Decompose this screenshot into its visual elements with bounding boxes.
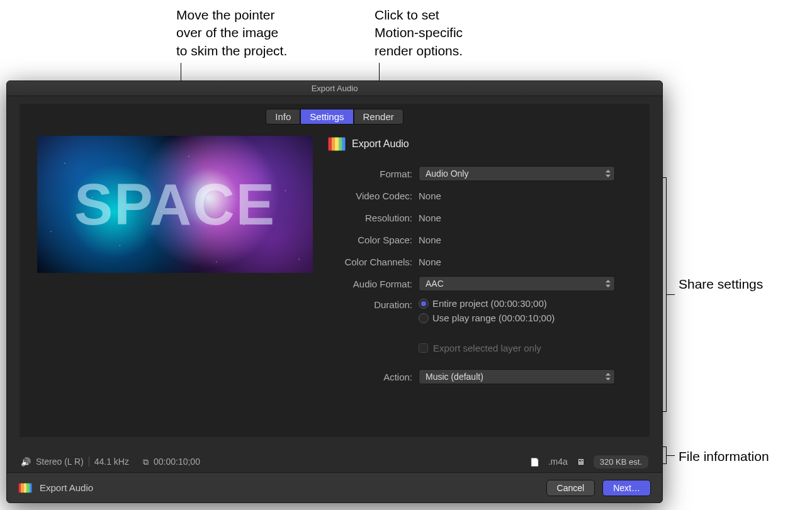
resolution-label: Resolution: xyxy=(328,213,419,223)
callout-share-settings: Share settings xyxy=(679,275,763,293)
display-icon xyxy=(577,457,585,467)
duration-label: Duration: xyxy=(328,298,419,310)
color-channels-value: None xyxy=(419,257,441,267)
video-codec-label: Video Codec: xyxy=(328,191,419,201)
form-heading: Export Audio xyxy=(328,137,632,151)
bracket-tail xyxy=(667,294,675,295)
window-titlebar: Export Audio xyxy=(7,81,662,96)
motion-project-icon xyxy=(18,483,32,493)
footer-title: Export Audio xyxy=(40,482,93,493)
export-layer-checkbox[interactable] xyxy=(419,343,428,353)
resolution-value: None xyxy=(419,213,441,223)
audio-format-popup[interactable]: AAC xyxy=(419,276,615,291)
export-audio-dialog: Export Audio Info Settings Render SPACE xyxy=(6,80,663,503)
duration-range-label: Use play range (00:00:10;00) xyxy=(432,313,555,323)
format-label: Format: xyxy=(328,169,419,179)
preview-text: SPACE xyxy=(37,136,313,273)
settings-body: SPACE Export Audio Format: Audio Only xyxy=(20,125,650,397)
file-size-pill: 320 KB est. xyxy=(594,455,648,468)
duration-entire-label: Entire project (00:00:30;00) xyxy=(432,298,547,309)
action-value: Music (default) xyxy=(426,372,483,382)
cancel-button[interactable]: Cancel xyxy=(546,480,595,496)
window-title: Export Audio xyxy=(312,84,358,93)
duration-option-entire[interactable]: Entire project (00:00:30;00) xyxy=(419,298,555,309)
action-popup[interactable]: Music (default) xyxy=(419,369,615,384)
action-label: Action: xyxy=(328,372,419,382)
next-button[interactable]: Next… xyxy=(602,480,651,496)
duration-option-range[interactable]: Use play range (00:00:10;00) xyxy=(419,313,555,323)
heading-label: Export Audio xyxy=(352,138,409,150)
dialog-content: Info Settings Render SPACE Export Audio xyxy=(7,96,662,437)
export-layer-checkbox-row: Export selected layer only xyxy=(419,343,541,353)
audio-format-label: Audio Format: xyxy=(328,279,419,289)
file-icon xyxy=(530,457,539,467)
tab-render[interactable]: Render xyxy=(354,109,403,125)
status-right: .m4a 320 KB est. xyxy=(530,455,648,468)
bracket-tail xyxy=(667,455,675,456)
duration-icon xyxy=(143,457,149,467)
callout-file-info: File information xyxy=(679,448,769,465)
color-channels-label: Color Channels: xyxy=(328,257,419,267)
motion-project-icon xyxy=(328,137,346,151)
format-value: Audio Only xyxy=(426,169,468,179)
status-duration: 00:00:10;00 xyxy=(154,457,200,467)
sample-rate: 44.1 kHz xyxy=(94,457,129,467)
duration-options: Entire project (00:00:30;00) Use play ra… xyxy=(419,298,555,327)
audio-format-value: AAC xyxy=(426,279,444,289)
dialog-footer: Export Audio Cancel Next… xyxy=(7,472,662,502)
speaker-icon xyxy=(21,457,31,467)
audio-channels: Stereo (L R) xyxy=(36,457,84,467)
project-preview[interactable]: SPACE xyxy=(37,136,313,273)
format-popup[interactable]: Audio Only xyxy=(419,166,615,181)
tab-info[interactable]: Info xyxy=(266,109,300,125)
file-info-bar: Stereo (L R) 44.1 kHz 00:00:10;00 .m4a 3… xyxy=(7,451,662,472)
tab-bar: Info Settings Render xyxy=(20,104,650,125)
radio-range-icon xyxy=(419,313,429,323)
status-left: Stereo (L R) 44.1 kHz 00:00:10;00 xyxy=(21,457,200,467)
color-space-label: Color Space: xyxy=(328,235,419,245)
export-layer-label: Export selected layer only xyxy=(433,343,541,353)
file-extension: .m4a xyxy=(548,457,568,467)
callout-skim: Move the pointer over of the image to sk… xyxy=(176,6,287,60)
settings-form: Export Audio Format: Audio Only Video Co… xyxy=(328,136,632,391)
inner-panel: Info Settings Render SPACE Export Audio xyxy=(20,104,650,437)
radio-entire-icon xyxy=(419,299,429,309)
callout-render: Click to set Motion-specific render opti… xyxy=(375,6,463,60)
divider xyxy=(89,457,89,467)
color-space-value: None xyxy=(419,235,441,245)
tab-settings[interactable]: Settings xyxy=(300,109,353,125)
video-codec-value: None xyxy=(419,191,441,201)
